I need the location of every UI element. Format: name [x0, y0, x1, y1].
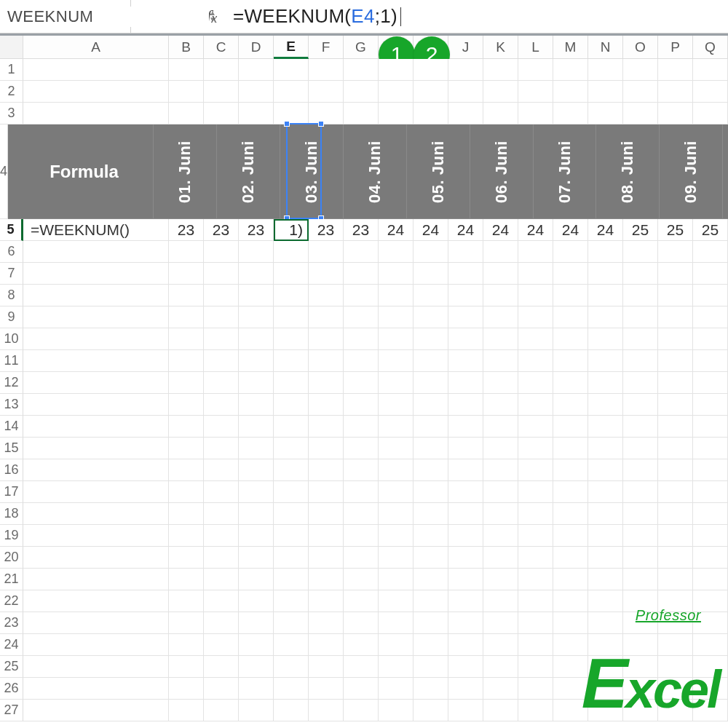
cell-I4[interactable]: 08. Juni	[596, 124, 660, 219]
cell-A4[interactable]: Formula	[8, 124, 154, 219]
cell-D4[interactable]: 03. Juni	[280, 124, 344, 219]
formula-input[interactable]: =WEEKNUM(E4;1)	[229, 5, 728, 28]
row-head-24[interactable]: 24	[0, 634, 23, 656]
row-13: 13	[0, 394, 728, 416]
row-9: 9	[0, 306, 728, 328]
cell-N5[interactable]: 24	[588, 219, 623, 241]
col-head-B[interactable]: B	[169, 36, 204, 59]
col-head-Q[interactable]: Q	[693, 36, 728, 59]
cell-A1[interactable]	[23, 59, 169, 81]
row-23: 23	[0, 612, 728, 634]
row-head-9[interactable]: 9	[0, 306, 23, 328]
professor-excel-logo: Professor Excel	[582, 642, 719, 708]
col-head-O[interactable]: O	[623, 36, 658, 59]
row-head-7[interactable]: 7	[0, 263, 23, 285]
row-17: 17	[0, 481, 728, 503]
logo-excel-label: Excel	[582, 659, 719, 708]
col-head-K[interactable]: K	[483, 36, 518, 59]
col-head-E[interactable]: E	[274, 36, 309, 59]
row-head-17[interactable]: 17	[0, 481, 23, 503]
logo-professor-label: Professor	[636, 607, 728, 624]
row-head-27[interactable]: 27	[0, 700, 23, 721]
row-head-18[interactable]: 18	[0, 503, 23, 525]
cell-G5[interactable]: 23	[344, 219, 379, 241]
cell-L5[interactable]: 24	[518, 219, 553, 241]
formula-text-suffix: ;1)	[375, 5, 397, 28]
cell-H5[interactable]: 24	[379, 219, 414, 241]
cell-P5[interactable]: 25	[658, 219, 693, 241]
cell-B5[interactable]: 23	[169, 219, 204, 241]
col-head-L[interactable]: L	[518, 36, 553, 59]
row-head-25[interactable]: 25	[0, 656, 23, 678]
row-10: 10	[0, 328, 728, 350]
row-8: 8	[0, 285, 728, 306]
row-22: 22	[0, 590, 728, 612]
cell-C5[interactable]: 23	[204, 219, 239, 241]
row-head-10[interactable]: 10	[0, 328, 23, 350]
row-head-20[interactable]: 20	[0, 547, 23, 569]
col-head-D[interactable]: D	[239, 36, 274, 59]
row-head-15[interactable]: 15	[0, 438, 23, 459]
cell-E5-editing[interactable]: 1)	[274, 219, 309, 241]
col-head-G[interactable]: G	[344, 36, 379, 59]
row-18: 18	[0, 503, 728, 525]
col-head-C[interactable]: C	[204, 36, 239, 59]
cell-F5[interactable]: 23	[309, 219, 344, 241]
row-head-6[interactable]: 6	[0, 241, 23, 263]
cell-K4[interactable]: 10. Juni	[723, 124, 728, 219]
row-16: 16	[0, 459, 728, 481]
col-head-P[interactable]: P	[658, 36, 693, 59]
row-20: 20	[0, 547, 728, 569]
row-head-16[interactable]: 16	[0, 459, 23, 481]
row-head-11[interactable]: 11	[0, 350, 23, 372]
col-head-J[interactable]: J	[448, 36, 483, 59]
cell-I5[interactable]: 24	[414, 219, 448, 241]
row-21: 21	[0, 569, 728, 590]
cell-J5[interactable]: 24	[448, 219, 483, 241]
row-head-22[interactable]: 22	[0, 590, 23, 612]
row-head-1[interactable]: 1	[0, 59, 23, 81]
cell-G4[interactable]: 06. Juni	[470, 124, 534, 219]
spreadsheet: A B C D E F G H I J K L M N O P Q 1 2 3 …	[0, 33, 728, 721]
select-all-corner[interactable]	[0, 36, 23, 59]
row-7: 7	[0, 263, 728, 285]
row-head-14[interactable]: 14	[0, 416, 23, 438]
row-head-12[interactable]: 12	[0, 372, 23, 394]
column-header-row: A B C D E F G H I J K L M N O P Q	[0, 36, 728, 59]
row-head-21[interactable]: 21	[0, 569, 23, 590]
cell-J4[interactable]: 09. Juni	[660, 124, 723, 219]
cell-F4[interactable]: 05. Juni	[407, 124, 470, 219]
col-head-M[interactable]: M	[553, 36, 588, 59]
row-head-4[interactable]: 4	[0, 124, 8, 219]
row-4: 4 Formula 01. Juni 02. Juni 03. Juni 04.…	[0, 124, 728, 219]
cell-K5[interactable]: 24	[483, 219, 518, 241]
col-head-A[interactable]: A	[23, 36, 169, 59]
name-box[interactable]: ▲ ▼	[0, 0, 131, 33]
row-head-26[interactable]: 26	[0, 678, 23, 700]
formula-text-prefix: =WEEKNUM(	[233, 5, 351, 28]
cell-C4[interactable]: 02. Juni	[217, 124, 280, 219]
cell-O5[interactable]: 25	[623, 219, 658, 241]
row-head-5[interactable]: 5	[0, 219, 23, 241]
row-15: 15	[0, 438, 728, 459]
cell-M5[interactable]: 24	[553, 219, 588, 241]
cell-B4[interactable]: 01. Juni	[154, 124, 217, 219]
row-head-3[interactable]: 3	[0, 103, 23, 124]
row-head-8[interactable]: 8	[0, 285, 23, 306]
row-head-23[interactable]: 23	[0, 612, 23, 634]
cell-Q5[interactable]: 25	[693, 219, 728, 241]
name-box-input[interactable]	[6, 7, 209, 27]
row-head-2[interactable]: 2	[0, 81, 23, 103]
row-head-13[interactable]: 13	[0, 394, 23, 416]
cell-H4[interactable]: 07. Juni	[534, 124, 597, 219]
cell-D5[interactable]: 23	[239, 219, 274, 241]
cell-A5[interactable]: =WEEKNUM()	[23, 219, 169, 241]
row-5: 5 =WEEKNUM() 23 23 23 1) 23 23 24 24 24 …	[0, 219, 728, 241]
col-head-F[interactable]: F	[309, 36, 344, 59]
formula-cell-ref: E4	[351, 5, 374, 28]
row-head-19[interactable]: 19	[0, 525, 23, 547]
col-head-N[interactable]: N	[588, 36, 623, 59]
cell-E4[interactable]: 04. Juni	[344, 124, 407, 219]
row-14: 14	[0, 416, 728, 438]
row-19: 19	[0, 525, 728, 547]
